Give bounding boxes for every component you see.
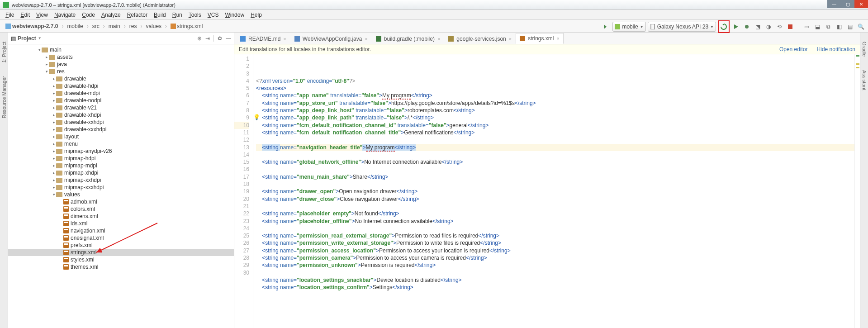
menu-window[interactable]: Window	[222, 11, 247, 19]
crumb-0[interactable]: webviewapp-2.7.0	[4, 22, 60, 30]
close-tab-icon[interactable]: ×	[557, 36, 560, 41]
svg-rect-3	[788, 24, 792, 29]
tree-main[interactable]: ▾main	[8, 46, 234, 53]
tree-drawable-mdpi[interactable]: ▸drawable-mdpi	[8, 90, 234, 97]
tree-drawable[interactable]: ▸drawable	[8, 75, 234, 82]
gutter-assistant[interactable]: Assistant	[862, 70, 867, 90]
tab-webviewappconfig-java[interactable]: WebViewAppConfig.java×	[290, 33, 372, 44]
tree-layout[interactable]: ▸layout	[8, 133, 234, 140]
tree-navigation-xml[interactable]: navigation.xml	[8, 227, 234, 234]
tree-drawable-v21[interactable]: ▸drawable-v21	[8, 104, 234, 111]
tree-themes-xml[interactable]: themes.xml	[8, 263, 234, 271]
tree-assets[interactable]: ▸assets	[8, 53, 234, 61]
menu-refactor[interactable]: Refactor	[124, 11, 150, 19]
menu-view[interactable]: View	[33, 11, 51, 19]
attach-debugger-icon[interactable]: ⟲	[775, 22, 784, 32]
tree-mipmap-mdpi[interactable]: ▸mipmap-mdpi	[8, 162, 234, 169]
hide-notification-link[interactable]: Hide notification	[817, 46, 855, 52]
tab-readme-md[interactable]: README.md×	[236, 33, 290, 44]
tree-onesignal-xml[interactable]: onesignal.xml	[8, 234, 234, 242]
tab-strings-xml[interactable]: strings.xml×	[516, 33, 564, 44]
tree-values[interactable]: ▾values	[8, 191, 234, 198]
hide-icon[interactable]: —	[226, 35, 231, 42]
project-panel-header: ▤ Project ▼ ⊕ ⇥ ✿ —	[8, 33, 234, 44]
tree-drawable-xxxhdpi[interactable]: ▸drawable-xxxhdpi	[8, 126, 234, 133]
tree-mipmap-anydpi-v26[interactable]: ▸mipmap-anydpi-v26	[8, 147, 234, 155]
menu-edit[interactable]: Edit	[18, 11, 33, 19]
menu-run[interactable]: Run	[170, 11, 185, 19]
code-area[interactable]: 1234567891011121314151617181920212223242…	[234, 54, 860, 328]
crumb-4[interactable]: res	[128, 22, 139, 30]
lightbulb-icon[interactable]: 💡	[253, 114, 260, 121]
tree-strings-xml[interactable]: strings.xml	[8, 249, 234, 256]
avd-manager-icon[interactable]: ▭	[802, 22, 811, 32]
tab-google-services-json[interactable]: google-services.json×	[444, 33, 516, 44]
crumb-2[interactable]: src	[90, 22, 101, 30]
run-icon[interactable]	[731, 22, 740, 32]
make-project-icon[interactable]	[602, 22, 611, 32]
tree-menu[interactable]: ▸menu	[8, 140, 234, 147]
tree-drawable-hdpi[interactable]: ▸drawable-hdpi	[8, 82, 234, 90]
collapse-icon[interactable]: ⇥	[205, 35, 210, 42]
tree-mipmap-xhdpi[interactable]: ▸mipmap-xhdpi	[8, 169, 234, 176]
crumb-6[interactable]: strings.xml	[169, 22, 204, 30]
tree-drawable-xhdpi[interactable]: ▸drawable-xhdpi	[8, 111, 234, 119]
layout-inspector-icon[interactable]: ⧉	[824, 22, 833, 32]
close-tab-icon[interactable]: ×	[283, 36, 286, 42]
device-file-explorer-icon[interactable]: ▤	[845, 22, 854, 32]
gutter-resource-manager[interactable]: Resource Manager	[1, 76, 7, 119]
tree-drawable-nodpi[interactable]: ▸drawable-nodpi	[8, 97, 234, 104]
chevron-down-icon[interactable]: ▼	[38, 36, 42, 40]
target-icon[interactable]: ⊕	[197, 35, 202, 42]
coverage-icon[interactable]: ⬔	[753, 22, 762, 32]
sync-gradle-icon[interactable]	[719, 22, 728, 32]
tree-drawable-xxhdpi[interactable]: ▸drawable-xxhdpi	[8, 119, 234, 126]
open-editor-link[interactable]: Open editor	[779, 46, 808, 52]
tree-dimens-xml[interactable]: dimens.xml	[8, 213, 234, 220]
tree-mipmap-hdpi[interactable]: ▸mipmap-hdpi	[8, 155, 234, 162]
menu-vcs[interactable]: VCS	[205, 11, 222, 19]
crumb-3[interactable]: main	[107, 22, 122, 30]
tree-mipmap-xxhdpi[interactable]: ▸mipmap-xxhdpi	[8, 176, 234, 184]
resource-manager-icon[interactable]: ◧	[835, 22, 844, 32]
gear-icon[interactable]: ✿	[218, 35, 222, 42]
menu-code[interactable]: Code	[79, 11, 98, 19]
crumb-5[interactable]: values	[144, 22, 163, 30]
menu-build[interactable]: Build	[151, 11, 169, 19]
minimize-button[interactable]: —	[827, 0, 841, 8]
module-selector[interactable]: mobile ▼	[612, 22, 645, 32]
tree-colors-xml[interactable]: colors.xml	[8, 205, 234, 213]
tree-res[interactable]: ▾res	[8, 68, 234, 75]
sdk-manager-icon[interactable]: ⬓	[813, 22, 822, 32]
close-tab-icon[interactable]: ×	[365, 36, 367, 42]
stop-icon[interactable]	[786, 22, 795, 32]
tab-build-gradle---mobile-[interactable]: build.gradle (:mobile)×	[372, 33, 445, 44]
debug-icon[interactable]	[742, 22, 751, 32]
tree-mipmap-xxxhdpi[interactable]: ▸mipmap-xxxhdpi	[8, 184, 234, 191]
device-selector[interactable]: Galaxy Nexus API 23 ▼	[648, 22, 716, 32]
crumb-1[interactable]: mobile	[65, 22, 85, 30]
menu-help[interactable]: Help	[248, 11, 265, 19]
project-tree[interactable]: ▾main▸assets▸java▾res▸drawable▸drawable-…	[8, 44, 234, 328]
gutter-gradle[interactable]: Gradle	[862, 42, 867, 57]
maximize-button[interactable]: ▢	[841, 0, 854, 8]
code-content[interactable]: 💡 <?xml version="1.0" encoding="utf-8"?>…	[253, 54, 860, 328]
close-tab-icon[interactable]: ×	[509, 36, 512, 42]
tree-prefs-xml[interactable]: prefs.xml	[8, 242, 234, 249]
close-tab-icon[interactable]: ×	[437, 36, 440, 42]
menu-tools[interactable]: Tools	[186, 11, 204, 19]
gutter-project[interactable]: 1: Project	[1, 42, 7, 62]
tree-styles-xml[interactable]: styles.xml	[8, 256, 234, 263]
menu-file[interactable]: File	[3, 11, 17, 19]
search-icon[interactable]: 🔍	[856, 22, 865, 32]
xml-file-icon	[63, 228, 69, 233]
tree-ids-xml[interactable]: ids.xml	[8, 220, 234, 227]
error-stripe[interactable]	[854, 54, 860, 328]
close-button[interactable]: ✕	[854, 0, 868, 8]
phone-icon	[650, 24, 655, 29]
menu-analyze[interactable]: Analyze	[99, 11, 123, 19]
profiler-icon[interactable]: ◑	[764, 22, 773, 32]
menu-navigate[interactable]: Navigate	[52, 11, 78, 19]
tree-admob-xml[interactable]: admob.xml	[8, 198, 234, 205]
tree-java[interactable]: ▸java	[8, 61, 234, 68]
